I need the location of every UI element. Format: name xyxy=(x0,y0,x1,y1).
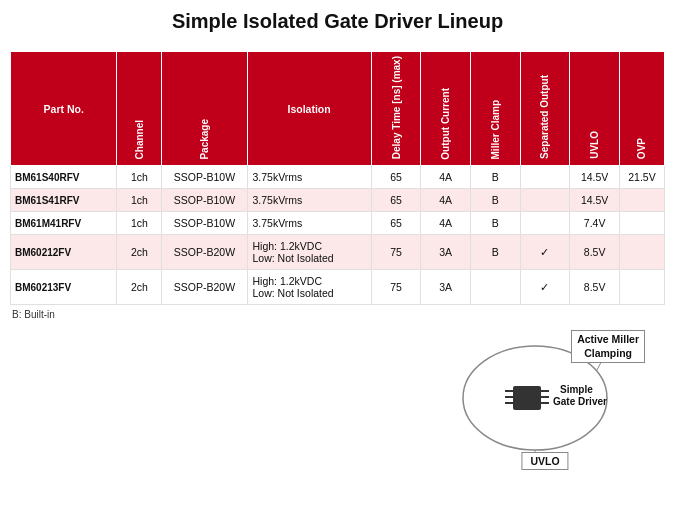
col-header-delay-time: Delay Time [ns] (max) xyxy=(371,52,421,166)
col-header-ovp-label: OVP xyxy=(636,138,647,159)
svg-rect-1 xyxy=(513,386,541,410)
cell-ovp xyxy=(619,235,664,270)
cell-package: SSOP-B20W xyxy=(162,235,247,270)
gate-driver-diagram: Active MillerClamping UVLO Simple Gate D… xyxy=(445,330,645,470)
cell-isolation: 3.75kVrms xyxy=(247,166,371,189)
cell-miller-clamp: B xyxy=(471,166,521,189)
cell-uvlo: 7.4V xyxy=(570,212,620,235)
col-header-output-current: Output Current xyxy=(421,52,471,166)
cell-miller-clamp: B xyxy=(471,235,521,270)
product-table: Part No. Channel Package Isolation Delay… xyxy=(10,51,665,305)
table-row: BM61M41RFV1chSSOP-B10W3.75kVrms654AB7.4V xyxy=(11,212,665,235)
cell-delay-time: 65 xyxy=(371,166,421,189)
cell-package: SSOP-B10W xyxy=(162,189,247,212)
cell-part-no: BM61S41RFV xyxy=(11,189,117,212)
cell-delay-time: 75 xyxy=(371,270,421,305)
cell-package: SSOP-B10W xyxy=(162,166,247,189)
cell-separated-output xyxy=(520,189,570,212)
cell-output-current: 3A xyxy=(421,235,471,270)
cell-part-no: BM61S40RFV xyxy=(11,166,117,189)
col-header-isolation-label: Isolation xyxy=(288,103,331,115)
cell-output-current: 3A xyxy=(421,270,471,305)
table-row: BM61S41RFV1chSSOP-B10W3.75kVrms654AB14.5… xyxy=(11,189,665,212)
col-header-uvlo-label: UVLO xyxy=(589,131,600,159)
cell-part-no: BM61M41RFV xyxy=(11,212,117,235)
table-header-row: Part No. Channel Package Isolation Delay… xyxy=(11,52,665,166)
col-header-part-no: Part No. xyxy=(11,52,117,166)
cell-ovp: 21.5V xyxy=(619,166,664,189)
cell-channel: 1ch xyxy=(117,189,162,212)
cell-uvlo: 14.5V xyxy=(570,166,620,189)
cell-part-no: BM60212FV xyxy=(11,235,117,270)
cell-delay-time: 65 xyxy=(371,212,421,235)
cell-separated-output: ✓ xyxy=(520,235,570,270)
table-note: B: Built-in xyxy=(12,309,665,320)
col-header-output-current-label: Output Current xyxy=(440,88,451,160)
cell-output-current: 4A xyxy=(421,166,471,189)
cell-package: SSOP-B20W xyxy=(162,270,247,305)
col-header-package: Package xyxy=(162,52,247,166)
cell-channel: 2ch xyxy=(117,270,162,305)
cell-ovp xyxy=(619,189,664,212)
cell-channel: 2ch xyxy=(117,235,162,270)
col-header-uvlo: UVLO xyxy=(570,52,620,166)
cell-part-no: BM60213FV xyxy=(11,270,117,305)
cell-separated-output xyxy=(520,212,570,235)
table-wrapper: Part No. Channel Package Isolation Delay… xyxy=(10,51,665,305)
table-row: BM60213FV2chSSOP-B20WHigh: 1.2kVDCLow: N… xyxy=(11,270,665,305)
table-body: BM61S40RFV1chSSOP-B10W3.75kVrms654AB14.5… xyxy=(11,166,665,305)
cell-miller-clamp xyxy=(471,270,521,305)
cell-channel: 1ch xyxy=(117,212,162,235)
col-header-ovp: OVP xyxy=(619,52,664,166)
cell-separated-output: ✓ xyxy=(520,270,570,305)
col-header-separated-output: Separated Output xyxy=(520,52,570,166)
cell-uvlo: 8.5V xyxy=(570,235,620,270)
cell-isolation: 3.75kVrms xyxy=(247,189,371,212)
svg-text:Gate Driver: Gate Driver xyxy=(553,396,607,407)
page-title: Simple Isolated Gate Driver Lineup xyxy=(10,10,665,33)
col-header-miller-clamp: Miller Clamp xyxy=(471,52,521,166)
cell-package: SSOP-B10W xyxy=(162,212,247,235)
cell-ovp xyxy=(619,212,664,235)
col-header-miller-clamp-label: Miller Clamp xyxy=(490,100,501,159)
cell-miller-clamp: B xyxy=(471,189,521,212)
cell-delay-time: 75 xyxy=(371,235,421,270)
cell-isolation: 3.75kVrms xyxy=(247,212,371,235)
col-header-isolation: Isolation xyxy=(247,52,371,166)
col-header-part-no-label: Part No. xyxy=(44,103,84,115)
cell-separated-output xyxy=(520,166,570,189)
table-row: BM60212FV2chSSOP-B20WHigh: 1.2kVDCLow: N… xyxy=(11,235,665,270)
col-header-separated-output-label: Separated Output xyxy=(539,75,550,159)
col-header-package-label: Package xyxy=(199,119,210,160)
uvlo-label: UVLO xyxy=(521,452,568,470)
cell-miller-clamp: B xyxy=(471,212,521,235)
cell-channel: 1ch xyxy=(117,166,162,189)
cell-isolation: High: 1.2kVDCLow: Not Isolated xyxy=(247,270,371,305)
cell-uvlo: 14.5V xyxy=(570,189,620,212)
cell-uvlo: 8.5V xyxy=(570,270,620,305)
cell-isolation: High: 1.2kVDCLow: Not Isolated xyxy=(247,235,371,270)
svg-text:Simple: Simple xyxy=(560,384,593,395)
cell-ovp xyxy=(619,270,664,305)
cell-delay-time: 65 xyxy=(371,189,421,212)
bottom-section: Active MillerClamping UVLO Simple Gate D… xyxy=(10,330,665,490)
table-row: BM61S40RFV1chSSOP-B10W3.75kVrms654AB14.5… xyxy=(11,166,665,189)
cell-output-current: 4A xyxy=(421,189,471,212)
active-miller-clamping-label: Active MillerClamping xyxy=(571,330,645,363)
col-header-channel: Channel xyxy=(117,52,162,166)
col-header-delay-time-label: Delay Time [ns] (max) xyxy=(391,56,402,159)
cell-output-current: 4A xyxy=(421,212,471,235)
col-header-channel-label: Channel xyxy=(134,120,145,159)
